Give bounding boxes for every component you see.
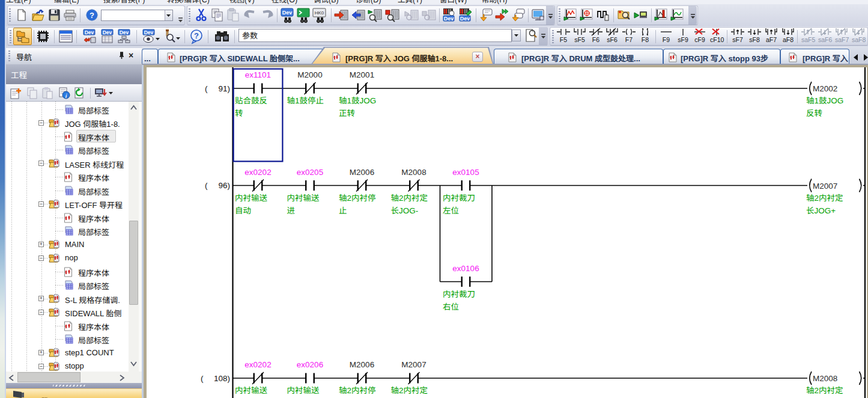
svg-text:轴2内衬停: 轴2内衬停	[339, 386, 376, 395]
svg-text:ex0205: ex0205	[297, 168, 323, 177]
svg-text:?: ?	[90, 11, 94, 20]
svg-text:长JOG+: 长JOG+	[806, 206, 836, 215]
svg-text:轴2内衬停: 轴2内衬停	[339, 194, 376, 203]
svg-text:轴2内衬定: 轴2内衬定	[391, 194, 428, 203]
svg-text:内衬输送: 内衬输送	[287, 386, 320, 395]
svg-text:Dev: Dev	[460, 16, 470, 22]
svg-text:Dev: Dev	[144, 29, 154, 35]
svg-text:轴2内衬定: 轴2内衬定	[806, 194, 843, 203]
svg-text:ex0106: ex0106	[452, 264, 479, 273]
svg-text:轴1鼓JOG: 轴1鼓JOG	[339, 96, 376, 105]
svg-text:96): 96)	[218, 181, 230, 190]
svg-text:贴合鼓反: 贴合鼓反	[235, 96, 267, 105]
svg-text:ex0202: ex0202	[244, 360, 271, 369]
svg-text:内衬输送: 内衬输送	[235, 386, 267, 395]
svg-text:M2008: M2008	[813, 374, 837, 383]
svg-text:轴1鼓停止: 轴1鼓停止	[287, 96, 324, 105]
svg-text:ex1101: ex1101	[245, 70, 271, 79]
svg-text:转: 转	[235, 109, 243, 118]
svg-text:(: (	[201, 374, 204, 383]
svg-text:108): 108)	[214, 374, 230, 383]
svg-text:长JOG-: 长JOG-	[391, 206, 419, 215]
svg-text:内衬裁刀: 内衬裁刀	[443, 290, 475, 299]
svg-text:M2007: M2007	[813, 182, 837, 191]
svg-text:M2002: M2002	[813, 84, 837, 93]
svg-text:正转: 正转	[339, 109, 355, 118]
svg-text:ex0105: ex0105	[452, 168, 479, 177]
svg-text:内衬输送: 内衬输送	[235, 194, 267, 203]
svg-text:M2008: M2008	[401, 168, 426, 177]
svg-text:HK0: HK0	[315, 10, 324, 16]
svg-text:(: (	[205, 84, 208, 93]
svg-text:Dev: Dev	[444, 16, 454, 22]
svg-text:91): 91)	[218, 84, 230, 93]
svg-text:ex0206: ex0206	[297, 360, 323, 369]
svg-text:M2000: M2000	[297, 70, 322, 79]
svg-text:轴2内衬定: 轴2内衬定	[391, 386, 428, 395]
svg-text:反转: 反转	[806, 109, 822, 118]
svg-text:M2006: M2006	[350, 360, 374, 369]
svg-text:?: ?	[194, 31, 199, 40]
svg-text:进: 进	[287, 206, 296, 215]
svg-text:M2001: M2001	[350, 70, 374, 79]
svg-text:内衬输送: 内衬输送	[287, 194, 320, 203]
svg-text:轴2内衬定: 轴2内衬定	[806, 386, 843, 395]
svg-text:M2007: M2007	[401, 360, 426, 369]
svg-text:(: (	[205, 181, 208, 190]
svg-text:内衬裁刀: 内衬裁刀	[443, 194, 475, 203]
svg-text:自动: 自动	[235, 206, 251, 215]
svg-text:右位: 右位	[443, 302, 459, 311]
svg-text:M2006: M2006	[350, 168, 374, 177]
svg-text:Dev: Dev	[120, 29, 129, 35]
svg-text:ex0202: ex0202	[244, 168, 271, 177]
svg-text:止: 止	[339, 206, 347, 215]
svg-text:Dev: Dev	[282, 10, 293, 16]
svg-text:轴1鼓JOG: 轴1鼓JOG	[806, 96, 843, 105]
svg-text:Dev: Dev	[103, 29, 112, 35]
svg-text:Dev: Dev	[85, 29, 94, 35]
svg-text:左位: 左位	[443, 206, 459, 215]
